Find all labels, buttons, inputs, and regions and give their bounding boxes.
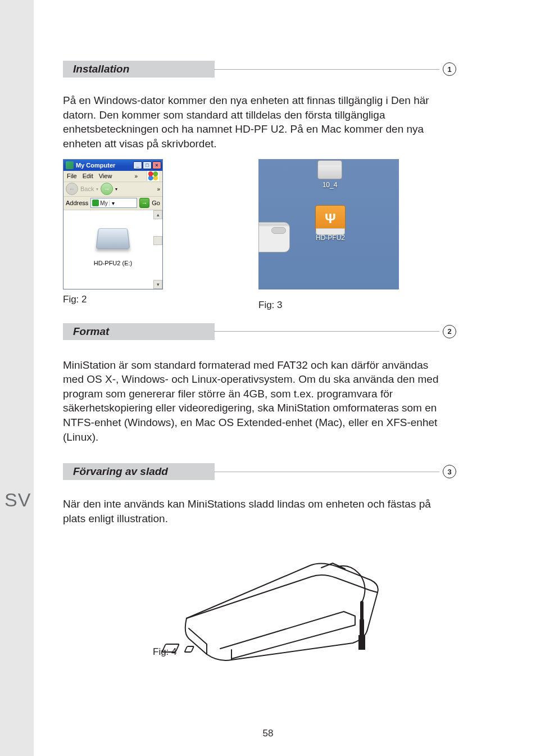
drive-label: HD-PFU2 (E:) bbox=[94, 260, 132, 266]
section-rule bbox=[214, 472, 439, 472]
mac-hd-volume[interactable]: 10_4 bbox=[310, 160, 349, 189]
format-paragraph: MiniStation är som standard formaterad m… bbox=[63, 358, 451, 445]
figure-2: My Computer _ □ × File Edit View » ← bbox=[63, 159, 163, 320]
figure-2-caption: Fig: 2 bbox=[63, 294, 163, 305]
windows-my-computer-window: My Computer _ □ × File Edit View » ← bbox=[63, 159, 163, 289]
section-number: 1 bbox=[443, 62, 456, 76]
menu-view[interactable]: View bbox=[99, 173, 112, 179]
section-number: 2 bbox=[443, 325, 456, 338]
hard-disk-icon bbox=[317, 160, 342, 179]
svg-rect-1 bbox=[185, 646, 194, 652]
forward-dropdown-icon[interactable]: ▾ bbox=[115, 187, 117, 192]
figure-4: Fig: 4 bbox=[153, 534, 423, 671]
mac-usb-volume[interactable]: Ψ HD-PFU2 bbox=[307, 205, 354, 242]
language-code: SV bbox=[4, 489, 31, 511]
go-button[interactable]: → bbox=[139, 198, 149, 208]
close-button[interactable]: × bbox=[152, 161, 161, 169]
address-value: My bbox=[100, 200, 107, 206]
storage-paragraph: När den inte används kan MiniStations sl… bbox=[63, 497, 451, 526]
section-header-storage: Förvaring av sladd 3 bbox=[63, 463, 456, 480]
section-rule bbox=[214, 331, 439, 332]
menu-edit[interactable]: Edit bbox=[83, 173, 93, 179]
usb-drive-icon: Ψ bbox=[315, 205, 346, 232]
section-title: Format bbox=[63, 323, 215, 340]
back-button[interactable]: ← bbox=[66, 183, 78, 195]
figure-3-caption: Fig: 3 bbox=[258, 300, 399, 311]
ministation-device-illustration bbox=[153, 534, 389, 669]
nav-toolbar: ← Back ▾ → ▾ » bbox=[63, 182, 162, 197]
finder-window-edge bbox=[258, 222, 290, 252]
figure-3: 10_4 Ψ HD-PFU2 Fig: 3 bbox=[258, 159, 399, 320]
section-header-format: Format 2 bbox=[63, 323, 456, 340]
address-label: Address bbox=[66, 200, 88, 206]
window-title: My Computer bbox=[76, 162, 133, 169]
menu-overflow-icon[interactable]: » bbox=[134, 173, 138, 179]
installation-paragraph: På en Windows-dator kommer den nya enhet… bbox=[63, 93, 451, 151]
back-label: Back bbox=[80, 185, 94, 192]
section-header-installation: Installation 1 bbox=[63, 61, 456, 78]
section-number: 3 bbox=[443, 465, 456, 478]
mac-hd-label: 10_4 bbox=[310, 181, 349, 189]
scroll-thumb[interactable] bbox=[153, 236, 162, 245]
windows-flag-icon bbox=[147, 171, 159, 181]
section-title: Installation bbox=[63, 61, 215, 78]
figure-4-caption: Fig: 4 bbox=[153, 646, 177, 658]
page-number: 58 bbox=[0, 728, 536, 739]
language-side-tab: SV bbox=[0, 0, 34, 756]
back-dropdown-icon[interactable]: ▾ bbox=[96, 187, 98, 192]
usb-glyph-icon: Ψ bbox=[316, 206, 345, 232]
window-body: ▴ ▾ HD-PFU2 (E:) bbox=[63, 210, 162, 289]
mac-desktop: 10_4 Ψ HD-PFU2 bbox=[258, 159, 399, 289]
minimize-button[interactable]: _ bbox=[133, 161, 142, 169]
maximize-button[interactable]: □ bbox=[143, 161, 152, 169]
scroll-up-button[interactable]: ▴ bbox=[153, 210, 162, 219]
mac-usb-label: HD-PFU2 bbox=[307, 234, 354, 242]
drive-icon[interactable] bbox=[96, 228, 130, 248]
my-computer-small-icon bbox=[92, 200, 99, 206]
window-titlebar: My Computer _ □ × bbox=[63, 160, 162, 171]
toolbar-overflow-icon[interactable]: » bbox=[157, 186, 160, 192]
scroll-down-button[interactable]: ▾ bbox=[153, 280, 162, 289]
section-title: Förvaring av sladd bbox=[63, 463, 215, 480]
menu-file[interactable]: File bbox=[67, 173, 77, 179]
address-bar: Address My ▾ → Go bbox=[63, 197, 162, 210]
menu-bar: File Edit View » bbox=[63, 171, 162, 182]
address-input[interactable]: My ▾ bbox=[90, 198, 137, 208]
my-computer-icon bbox=[66, 161, 74, 169]
forward-button[interactable]: → bbox=[101, 183, 113, 195]
section-rule bbox=[214, 69, 439, 70]
address-dropdown-icon[interactable]: ▾ bbox=[109, 200, 117, 206]
go-label: Go bbox=[152, 200, 160, 206]
